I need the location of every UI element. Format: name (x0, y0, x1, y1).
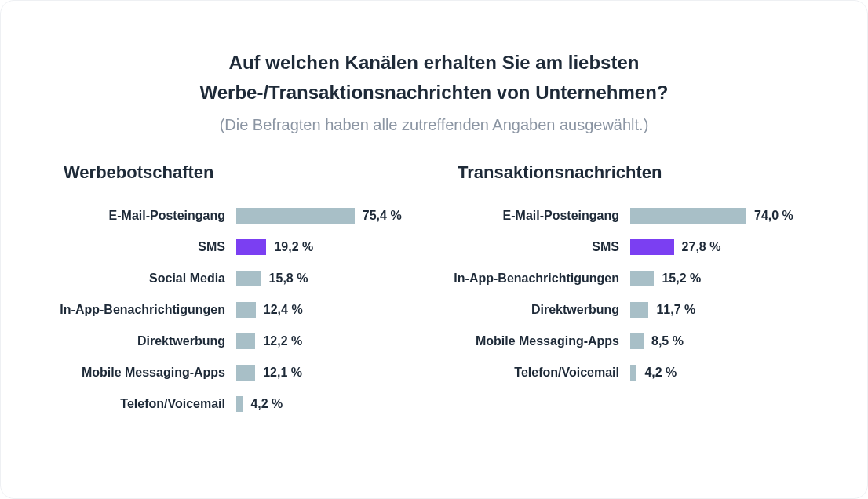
row-track: 12,2 % (236, 326, 418, 357)
bar (630, 302, 648, 318)
row-track: 74,0 % (630, 200, 812, 231)
bar (630, 208, 746, 224)
chart-1: TransaktionsnachrichtenE-Mail-Posteingan… (450, 162, 812, 420)
row-label: Social Media (56, 271, 236, 286)
bar (236, 208, 355, 224)
row-label: In-App-Benachrichtigungen (56, 303, 236, 317)
chart-row: Telefon/Voicemail4,2 % (56, 388, 418, 420)
value-label: 4,2 % (644, 366, 677, 380)
value-label: 74,0 % (754, 209, 793, 223)
bar (236, 333, 255, 349)
value-label: 19,2 % (274, 240, 313, 254)
row-label: Direktwerbung (450, 303, 630, 317)
row-track: 15,2 % (630, 263, 812, 294)
value-label: 15,8 % (269, 271, 308, 286)
value-label: 75,4 % (363, 209, 402, 223)
row-label: Mobile Messaging-Apps (450, 334, 630, 348)
chart-row: Mobile Messaging-Apps8,5 % (450, 326, 812, 357)
value-label: 12,1 % (263, 366, 302, 380)
row-track: 4,2 % (236, 388, 418, 420)
bar-highlight (236, 239, 266, 255)
row-track: 15,8 % (236, 263, 418, 294)
row-label: Direktwerbung (56, 334, 236, 348)
chart-row: SMS27,8 % (450, 231, 812, 263)
chart-row: Mobile Messaging-Apps12,1 % (56, 357, 418, 388)
chart-row: Telefon/Voicemail4,2 % (450, 357, 812, 388)
row-track: 19,2 % (236, 231, 418, 263)
row-label: SMS (450, 240, 630, 254)
row-label: Mobile Messaging-Apps (56, 366, 236, 380)
chart-row: E-Mail-Posteingang74,0 % (450, 200, 812, 231)
row-track: 75,4 % (236, 200, 418, 231)
value-label: 12,4 % (264, 303, 303, 317)
value-label: 11,7 % (656, 303, 695, 317)
charts-container: WerbebotschaftenE-Mail-Posteingang75,4 %… (40, 162, 828, 420)
bar (236, 396, 243, 412)
value-label: 12,2 % (263, 334, 302, 348)
row-track: 8,5 % (630, 326, 812, 357)
chart-row: E-Mail-Posteingang75,4 % (56, 200, 418, 231)
chart-row: Direktwerbung11,7 % (450, 294, 812, 326)
chart-0: WerbebotschaftenE-Mail-Posteingang75,4 %… (56, 162, 418, 420)
chart-row: SMS19,2 % (56, 231, 418, 263)
chart-title: Auf welchen Kanälen erhalten Sie am lieb… (151, 48, 717, 108)
row-label: E-Mail-Posteingang (450, 209, 630, 223)
value-label: 15,2 % (662, 271, 701, 286)
chart-row: In-App-Benachrichtigungen12,4 % (56, 294, 418, 326)
chart-subtitle: (Die Befragten haben alle zutreffenden A… (40, 116, 828, 134)
bar (236, 271, 261, 286)
chart-card: Auf welchen Kanälen erhalten Sie am lieb… (0, 0, 868, 499)
row-label: SMS (56, 240, 236, 254)
row-track: 4,2 % (630, 357, 812, 388)
chart-row: In-App-Benachrichtigungen15,2 % (450, 263, 812, 294)
chart-heading: Werbebotschaften (56, 162, 418, 183)
value-label: 4,2 % (250, 397, 283, 411)
row-label: In-App-Benachrichtigungen (450, 271, 630, 286)
row-label: Telefon/Voicemail (450, 366, 630, 380)
bar-highlight (630, 239, 674, 255)
bar (236, 365, 255, 381)
bar (630, 333, 644, 349)
bar (630, 365, 636, 381)
value-label: 27,8 % (682, 240, 721, 254)
chart-heading: Transaktionsnachrichten (450, 162, 812, 183)
chart-row: Direktwerbung12,2 % (56, 326, 418, 357)
value-label: 8,5 % (651, 334, 684, 348)
row-track: 12,1 % (236, 357, 418, 388)
chart-row: Social Media15,8 % (56, 263, 418, 294)
row-track: 27,8 % (630, 231, 812, 263)
bar (630, 271, 654, 286)
row-track: 11,7 % (630, 294, 812, 326)
row-label: Telefon/Voicemail (56, 397, 236, 411)
row-label: E-Mail-Posteingang (56, 209, 236, 223)
row-track: 12,4 % (236, 294, 418, 326)
bar (236, 302, 256, 318)
